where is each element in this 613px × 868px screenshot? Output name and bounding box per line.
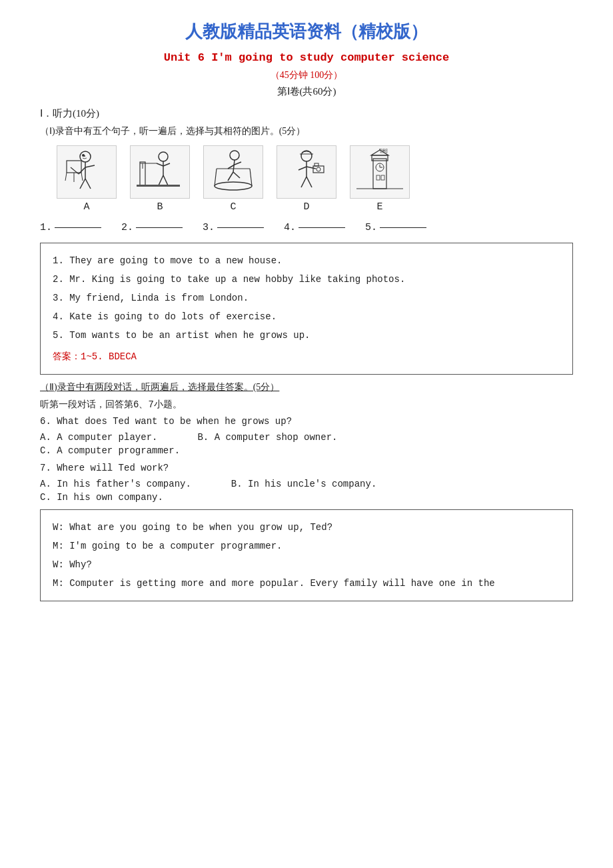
- image-B-placeholder: [130, 145, 190, 199]
- image-A-placeholder: [57, 145, 117, 199]
- q7-optionA: A. In his father's company.: [40, 479, 191, 489]
- svg-line-3: [85, 165, 95, 167]
- image-D-placeholder: [277, 145, 336, 199]
- dialog-line-3: W: Why?: [53, 555, 560, 574]
- image-E-label: E: [376, 201, 382, 213]
- part2-instruction: （Ⅱ)录音中有两段对话，听两遍后，选择最佳答案。(5分）: [40, 381, 573, 393]
- svg-line-31: [250, 169, 252, 186]
- svg-line-7: [65, 173, 67, 181]
- exercise-icon: [133, 149, 187, 195]
- svg-rect-41: [314, 163, 318, 166]
- image-C-placeholder: [203, 145, 263, 199]
- part1-instruction: （Ⅰ)录音中有五个句子，听一遍后，选择与其相符的图片。(5分）: [40, 125, 573, 137]
- blank-3: 3.: [203, 222, 264, 233]
- q7: 7. Where will Ted work?: [40, 463, 573, 473]
- svg-line-5: [85, 179, 91, 189]
- svg-line-30: [215, 169, 217, 186]
- svg-line-27: [228, 172, 233, 181]
- q6-optionA: A. A computer player.: [40, 432, 157, 443]
- svg-rect-22: [137, 185, 180, 187]
- sentence-5: 5. Tom wants to be an artist when he gro…: [53, 326, 560, 345]
- q6-optionB: B. A computer shop owner.: [197, 432, 337, 443]
- answer-1: 答案：1~5. BDECA: [53, 347, 560, 366]
- image-E-placeholder: [350, 145, 410, 199]
- svg-line-8: [81, 173, 83, 181]
- sentence-1: 1. They are going to move to a new house…: [53, 251, 560, 270]
- score-info: （45分钟 100分）: [40, 69, 573, 81]
- svg-line-17: [159, 175, 163, 185]
- svg-line-35: [299, 167, 306, 170]
- treadmill-icon: [207, 149, 260, 195]
- svg-line-37: [301, 177, 306, 187]
- page-container: 人教版精品英语资料（精校版） Unit 6 I'm going to study…: [40, 20, 573, 601]
- image-D-label: D: [303, 201, 309, 213]
- image-E: E: [346, 145, 413, 213]
- svg-line-15: [157, 163, 163, 166]
- dialog-box: W: What are you going to be when you gro…: [40, 509, 573, 601]
- image-D: D: [273, 145, 340, 213]
- image-B: B: [127, 145, 193, 213]
- image-B-label: B: [157, 201, 163, 213]
- sentence-2: 2. Mr. King is going to take up a new ho…: [53, 270, 560, 289]
- sentence-3: 3. My friend, Linda is from London.: [53, 289, 560, 307]
- image-A: A: [53, 145, 120, 213]
- sentence-4: 4. Kate is going to do lots of exercise.: [53, 307, 560, 326]
- svg-rect-49: [376, 175, 380, 180]
- svg-rect-6: [67, 161, 81, 173]
- blank-5: 5.: [365, 222, 426, 233]
- q7-optionB: B. In his uncle's company.: [231, 479, 376, 489]
- svg-line-38: [306, 177, 312, 187]
- blank-2: 2.: [121, 222, 183, 233]
- svg-line-16: [163, 163, 170, 166]
- london-icon: [353, 149, 406, 195]
- image-A-label: A: [83, 201, 89, 213]
- listening-section: Ⅰ．听力(10分) （Ⅰ)录音中有五个句子，听一遍后，选择与其相符的图片。(5分…: [40, 107, 573, 601]
- answer-blanks: 1. 2. 3. 4. 5.: [40, 222, 573, 233]
- svg-line-28: [233, 172, 240, 178]
- unit-title: Unit 6 I'm going to study computer scien…: [40, 51, 573, 64]
- page-title: 人教版精品英语资料（精校版）: [40, 20, 573, 43]
- artist-icon: [60, 149, 113, 195]
- sentences-box: 1. They are going to move to a new house…: [40, 243, 573, 375]
- dialog-line-4: M: Computer is getting more and more pop…: [53, 574, 560, 593]
- svg-point-23: [230, 151, 239, 160]
- svg-point-13: [159, 152, 168, 161]
- photographer-icon: [280, 149, 333, 195]
- q6-options-AB: A. A computer player. B. A computer shop…: [40, 432, 573, 443]
- svg-rect-50: [381, 175, 384, 180]
- svg-point-12: [84, 155, 85, 157]
- image-C-label: C: [230, 201, 236, 213]
- svg-rect-44: [372, 155, 388, 161]
- listening-label: Ⅰ．听力(10分): [40, 107, 573, 120]
- svg-point-29: [215, 182, 252, 190]
- svg-line-36: [306, 167, 316, 169]
- svg-line-24: [233, 160, 235, 172]
- dialog-line-2: M: I'm going to be a computer programmer…: [53, 537, 560, 555]
- images-row: A: [53, 145, 573, 213]
- dialog-line-1: W: What are you going to be when you gro…: [53, 518, 560, 537]
- image-C: C: [200, 145, 267, 213]
- svg-line-18: [163, 175, 168, 185]
- svg-line-26: [235, 162, 241, 165]
- q7-options-AB: A. In his father's company. B. In his un…: [40, 479, 573, 489]
- q7-optionC: C. In his own company.: [40, 492, 573, 503]
- listen-first: 听第一段对话，回答第6、7小题。: [40, 399, 573, 411]
- svg-point-40: [316, 167, 320, 171]
- section-main: 第Ⅰ卷(共60分): [40, 85, 573, 98]
- blank-4: 4.: [284, 222, 345, 233]
- q6: 6. What does Ted want to be when he grow…: [40, 416, 573, 427]
- blank-1: 1.: [40, 222, 101, 233]
- q6-optionC: C. A computer programmer.: [40, 445, 573, 456]
